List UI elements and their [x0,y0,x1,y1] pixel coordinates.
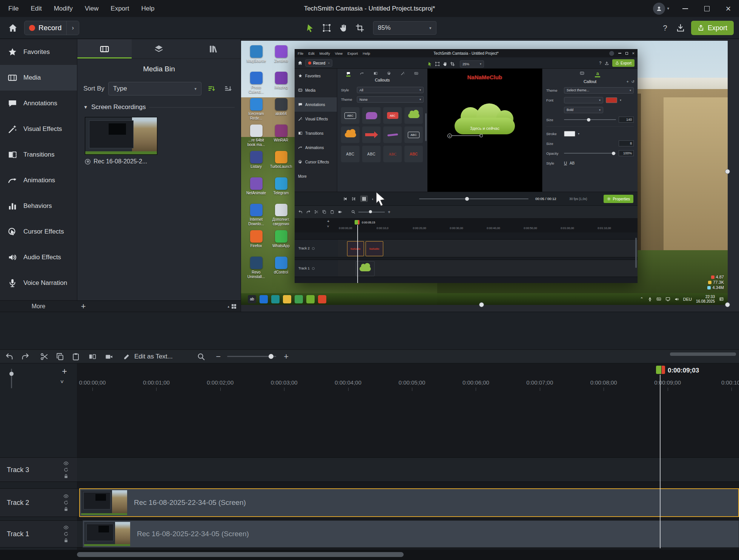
resize-handle-right[interactable] [725,169,730,174]
sort-select[interactable]: Type ▾ [108,82,201,95]
canvas-zoom-select[interactable]: 85% ▾ [373,21,436,35]
pan-tool[interactable] [336,21,350,35]
tab-media-bin[interactable] [77,39,132,58]
desktop-icon[interactable]: Internet Downlo... [244,204,268,226]
timeline-hscrollbar[interactable] [0,550,739,560]
loop-icon[interactable] [63,500,69,505]
selection-tool[interactable] [320,21,334,35]
tab-library[interactable] [132,39,186,58]
zoom-in-button[interactable]: + [281,352,291,362]
desktop-icon[interactable]: Telegram [269,177,293,195]
timeline-clip[interactable]: Rec 16-08-2025-22-34-05 (Screen) [83,520,739,548]
timeline-zoom-slider[interactable] [227,356,276,357]
desktop-icon[interactable]: WinRAR [269,125,293,143]
sidebar-item-transitions[interactable]: Transitions [0,142,77,168]
zoom-out-button[interactable]: − [214,352,223,362]
playhead-line[interactable] [660,375,661,548]
close-button[interactable]: × [717,0,739,17]
bin-view-toggle[interactable]: ▴ [227,303,237,309]
add-track-button[interactable]: + [60,366,69,376]
resize-handle-corner[interactable] [725,302,730,307]
desktop-icon[interactable]: dControl [269,257,293,275]
lock-icon[interactable] [63,538,69,543]
playhead-in-marker[interactable] [656,366,661,374]
desktop-icon[interactable]: MagSource [244,45,268,63]
desktop-icon[interactable]: WhatsApp [269,230,293,248]
more-button[interactable]: More [0,303,77,310]
edit-as-text-button[interactable]: Edit as Text... [134,353,173,360]
video-preview[interactable]: MagSourcePhoto Calend...Icecream Rede...… [241,41,728,305]
paste-button[interactable] [72,352,80,361]
scrollbar-thumb[interactable] [77,552,404,557]
export-button[interactable]: Export [691,21,734,35]
desktop-icon[interactable]: ...re 64bit book ma... [244,125,268,147]
loop-icon[interactable] [63,531,69,537]
desktop-icon[interactable]: Firefox [244,230,268,248]
camera-button[interactable] [105,352,113,361]
maximize-button[interactable] [696,0,717,17]
copy-button[interactable] [56,352,64,361]
desktop-icon[interactable]: alob64 [269,98,293,116]
menu-item-help[interactable]: Help [135,0,160,17]
menu-item-edit[interactable]: Edit [25,0,48,17]
menu-item-modify[interactable]: Modify [48,0,79,17]
media-thumbnail[interactable] [85,117,157,155]
sidebar-item-behaviors[interactable]: Behaviors [0,193,77,219]
cut-button[interactable] [40,352,48,361]
collapse-tracks-button[interactable]: ˅ [60,378,64,385]
timeline-hscrollbar-thumb[interactable] [670,352,736,356]
sidebar-item-visual-effects[interactable]: Visual Effects [0,116,77,142]
sidebar-item-media[interactable]: Media [0,65,77,91]
lock-icon[interactable] [63,474,69,479]
sidebar-item-cursor-effects[interactable]: Cursor Effects [0,219,77,245]
account-menu-button[interactable]: ▾ [653,3,669,15]
sort-direction-button[interactable] [222,82,235,95]
collapse-triangle-icon[interactable]: ▼ [83,105,88,110]
desktop-icon[interactable]: Revo Uninstall... [244,257,268,279]
slider-knob[interactable] [269,354,273,359]
desktop-icon[interactable]: iMazing [269,72,293,90]
download-icon[interactable] [676,23,685,32]
minimize-button[interactable] [674,0,696,17]
desktop-icon[interactable]: TurboLaunch [269,151,293,169]
add-media-button[interactable]: + [77,301,90,312]
record-options-chevron[interactable]: › [67,25,79,31]
desktop-icon[interactable]: Дополнит. сведения [269,204,293,226]
redo-button[interactable] [21,352,29,361]
desktop-icon[interactable]: Zentimo [269,45,293,63]
sidebar-item-favorites[interactable]: Favorites [0,39,77,65]
edit-cursor-tool[interactable] [303,21,317,35]
sidebar-item-voice-narration[interactable]: Voice Narration [0,270,77,296]
desktop-icon[interactable]: NetAnimate [244,177,268,195]
tab-assets[interactable] [186,39,241,58]
sidebar-item-annotations[interactable]: Annotations [0,91,77,116]
screen-recordings-section[interactable]: ▼ Screen Recordings [77,103,241,111]
lock-icon[interactable] [63,506,69,512]
eye-icon[interactable] [63,461,69,466]
help-button[interactable]: ? [660,24,670,32]
edit-as-text-icon[interactable] [123,353,131,360]
record-button[interactable]: Record › [24,21,79,35]
desktop-icon[interactable]: Listary [244,151,268,169]
home-button[interactable] [5,21,20,35]
split-button[interactable] [88,352,97,361]
undo-button[interactable] [5,352,14,361]
timeline-clip-selected[interactable]: Rec 16-08-2025-22-34-05 (Screen) [79,488,739,517]
menu-item-export[interactable]: Export [104,0,135,17]
track-height-slider[interactable] [9,369,14,388]
menu-item-file[interactable]: File [2,0,25,17]
loop-icon[interactable] [63,467,69,472]
desktop-icon[interactable]: Photo Calend... [244,72,268,94]
playhead-out-marker[interactable] [662,366,665,374]
track-lane[interactable] [77,457,739,482]
eye-icon[interactable] [63,525,69,530]
sort-order-button[interactable] [205,82,218,95]
resize-handle-bottom[interactable] [479,302,484,307]
desktop-icon[interactable]: Icecream Rede... [244,98,268,120]
crop-tool[interactable] [353,21,367,35]
menu-item-view[interactable]: View [79,0,105,17]
sidebar-item-animations[interactable]: Animations [0,168,77,193]
sidebar-item-audio-effects[interactable]: Audio Effects [0,245,77,270]
media-item[interactable]: Rec 16-08-2025-2... [85,117,157,165]
eye-icon[interactable] [63,494,69,499]
